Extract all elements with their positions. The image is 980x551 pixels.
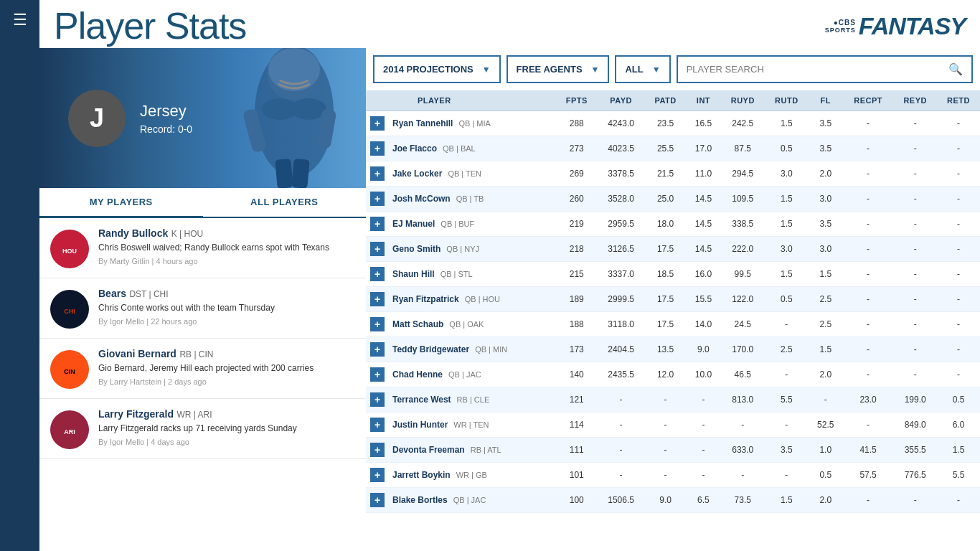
int-cell: 14.5 bbox=[686, 187, 720, 212]
fpts-cell: 219 bbox=[556, 212, 597, 237]
tab-my-players[interactable]: MY PLAYERS bbox=[39, 188, 203, 218]
projection-filter[interactable]: 2014 PROJECTIONS ▼ bbox=[373, 55, 501, 83]
patd-cell: 25.5 bbox=[645, 136, 687, 161]
fl-cell: 2.5 bbox=[809, 287, 843, 312]
news-meta: By Marty Gitlin | 4 hours ago bbox=[98, 257, 355, 265]
recpt-cell: 57.5 bbox=[843, 463, 894, 488]
fpts-cell: 121 bbox=[556, 387, 597, 413]
player-pos: QB | TB bbox=[456, 194, 484, 203]
fpts-cell: 101 bbox=[556, 463, 597, 488]
fpts-cell: 189 bbox=[556, 287, 597, 312]
ruyd-cell: 170.0 bbox=[721, 337, 765, 362]
news-description: Larry Fitzgerald racks up 71 receiving y… bbox=[98, 423, 355, 435]
add-button[interactable]: + bbox=[370, 418, 385, 432]
ruyd-cell: 87.5 bbox=[721, 136, 765, 161]
retd-cell: - bbox=[937, 212, 980, 237]
player-pos: QB | TEN bbox=[448, 169, 481, 178]
player-pos: WR | TEN bbox=[453, 420, 489, 429]
player-name: Matt Schaub bbox=[392, 319, 443, 329]
add-button[interactable]: + bbox=[370, 392, 385, 407]
retd-cell: - bbox=[937, 262, 980, 287]
player-name: Chad Henne bbox=[392, 369, 443, 380]
recpt-cell: - bbox=[843, 187, 894, 212]
agent-type-filter[interactable]: FREE AGENTS ▼ bbox=[507, 55, 610, 83]
player-cell: Teddy Bridgewater QB | MIN bbox=[389, 337, 556, 362]
int-cell: 16.5 bbox=[686, 111, 720, 136]
player-pos: WR | GB bbox=[456, 471, 487, 479]
player-name: Josh McCown bbox=[392, 194, 451, 204]
news-player-name: Larry Fitzgerald WR | ARI bbox=[98, 408, 355, 420]
add-button[interactable]: + bbox=[370, 192, 385, 206]
player-pos: QB | OAK bbox=[449, 320, 484, 329]
search-box[interactable]: 🔍 bbox=[677, 55, 973, 83]
rutd-cell: - bbox=[765, 463, 809, 488]
reyd-cell: 849.0 bbox=[893, 413, 937, 438]
rutd-cell: 0.5 bbox=[765, 136, 809, 161]
patd-cell: 17.5 bbox=[645, 287, 687, 312]
recpt-cell: - bbox=[843, 312, 894, 337]
add-button[interactable]: + bbox=[370, 468, 385, 482]
svg-rect-7 bbox=[275, 159, 293, 188]
player-name: Ryan Tannehill bbox=[392, 118, 453, 128]
retd-cell: 0.5 bbox=[937, 387, 980, 413]
ruyd-cell: 73.5 bbox=[721, 488, 765, 513]
add-button[interactable]: + bbox=[370, 367, 385, 382]
int-cell: 9.0 bbox=[686, 337, 720, 362]
th-fpts: FPTS bbox=[556, 90, 597, 111]
news-meta: By Igor Mello | 4 days ago bbox=[98, 438, 355, 446]
add-button[interactable]: + bbox=[370, 116, 385, 131]
team-logo: HOU bbox=[50, 230, 90, 269]
player-cell: Blake Bortles QB | JAC bbox=[389, 488, 556, 513]
table-row: + Devonta Freeman RB | ATL 111 - - - 633… bbox=[366, 438, 980, 463]
player-pos: RB | ATL bbox=[471, 446, 501, 454]
position-filter[interactable]: ALL ▼ bbox=[615, 55, 670, 83]
rutd-cell: 1.5 bbox=[765, 111, 809, 136]
reyd-cell: - bbox=[893, 488, 937, 513]
fl-cell: 1.0 bbox=[809, 438, 843, 463]
patd-cell: 17.5 bbox=[645, 312, 687, 337]
ruyd-cell: 338.5 bbox=[721, 212, 765, 237]
add-button[interactable]: + bbox=[370, 166, 385, 181]
add-button[interactable]: + bbox=[370, 141, 385, 156]
add-button[interactable]: + bbox=[370, 267, 385, 281]
retd-cell: 5.5 bbox=[937, 463, 980, 488]
tab-all-players[interactable]: ALL PLAYERS bbox=[203, 188, 367, 217]
reyd-cell: - bbox=[893, 111, 937, 136]
patd-cell: 17.5 bbox=[645, 237, 687, 262]
rutd-cell: 3.5 bbox=[765, 438, 809, 463]
table-row: + Blake Bortles QB | JAC 100 1506.5 9.0 … bbox=[366, 488, 980, 513]
sidebar: ☰ bbox=[0, 0, 39, 551]
news-content: Giovani Bernard RB | CIN Gio Bernard, Je… bbox=[98, 347, 355, 386]
player-pos: QB | JAC bbox=[448, 370, 481, 379]
search-input[interactable] bbox=[687, 64, 948, 75]
payd-cell: 3126.5 bbox=[597, 237, 644, 262]
ruyd-cell: 294.5 bbox=[721, 161, 765, 187]
payd-cell: 2435.5 bbox=[597, 362, 644, 387]
add-button[interactable]: + bbox=[370, 292, 385, 306]
add-cell: + bbox=[366, 337, 389, 362]
hero-player-image bbox=[179, 48, 366, 188]
avatar: J bbox=[68, 90, 126, 147]
add-button[interactable]: + bbox=[370, 342, 385, 357]
payd-cell: 3337.0 bbox=[597, 262, 644, 287]
player-cell: Justin Hunter WR | TEN bbox=[389, 413, 556, 438]
add-button[interactable]: + bbox=[370, 317, 385, 331]
stats-tbody: + Ryan Tannehill QB | MIA 288 4243.0 23.… bbox=[366, 111, 980, 513]
rutd-cell: 5.5 bbox=[765, 387, 809, 413]
add-button[interactable]: + bbox=[370, 443, 385, 457]
add-button[interactable]: + bbox=[370, 242, 385, 256]
add-cell: + bbox=[366, 187, 389, 212]
hero-info: Jersey Record: 0-0 bbox=[140, 102, 192, 135]
add-button[interactable]: + bbox=[370, 493, 385, 507]
fl-cell: 3.5 bbox=[809, 212, 843, 237]
fpts-cell: 111 bbox=[556, 438, 597, 463]
player-name: Devonta Freeman bbox=[392, 445, 465, 455]
retd-cell: 6.0 bbox=[937, 413, 980, 438]
int-cell: 14.5 bbox=[686, 237, 720, 262]
add-button[interactable]: + bbox=[370, 217, 385, 231]
fl-cell: 2.5 bbox=[809, 312, 843, 337]
retd-cell: - bbox=[937, 187, 980, 212]
patd-cell: - bbox=[645, 438, 687, 463]
menu-icon[interactable]: ☰ bbox=[13, 11, 27, 29]
recpt-cell: - bbox=[843, 287, 894, 312]
